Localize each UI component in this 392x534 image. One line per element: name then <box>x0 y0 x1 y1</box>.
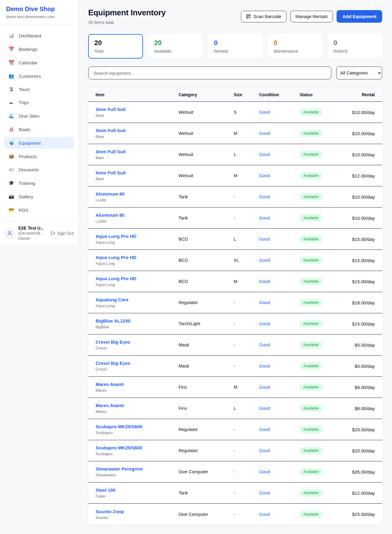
sidebar-item-label: Dashboard <box>19 33 41 38</box>
sidebar-item-trips[interactable]: 🛥 Trips <box>4 97 74 108</box>
item-name-link[interactable]: 3mm Full Suit <box>96 107 179 112</box>
category-select[interactable]: All Categories <box>336 67 382 79</box>
item-name-link[interactable]: Steel 100 <box>96 487 179 493</box>
item-condition-link[interactable]: Good <box>259 237 300 242</box>
item-condition-link[interactable]: Good <box>259 131 300 136</box>
item-condition-link[interactable]: Good <box>259 364 300 368</box>
item-category: Tank <box>179 194 234 199</box>
search-input[interactable] <box>88 67 331 79</box>
item-name-link[interactable]: Aluminum 80 <box>96 191 179 196</box>
stat-card-total[interactable]: 20 Total <box>88 34 143 59</box>
brand-domain: demo.test.divestreams.com <box>6 14 72 19</box>
add-equipment-button[interactable]: Add Equipment <box>337 10 382 23</box>
status-badge: Available <box>300 278 322 285</box>
item-condition-link[interactable]: Good <box>259 279 300 284</box>
item-name-link[interactable]: 3mm Full Suit <box>96 128 179 133</box>
item-condition-link[interactable]: Good <box>259 469 300 474</box>
item-name-link[interactable]: 3mm Full Suit <box>96 149 179 154</box>
sidebar-item-discounts[interactable]: 🏷 Discounts <box>4 164 74 175</box>
sidebar-item-gallery[interactable]: 📸 Gallery <box>4 191 74 202</box>
item-condition-link[interactable]: Good <box>259 216 300 220</box>
calendar-icon: 📆 <box>8 60 15 65</box>
stat-card-rented[interactable]: 0 Rented <box>208 34 262 59</box>
equipment-table: Item Category Size Condition Status Rent… <box>88 88 382 525</box>
item-name-link[interactable]: Scubapro MK25/S600 <box>96 445 179 450</box>
sidebar-item-label: Products <box>19 154 37 159</box>
item-size: - <box>234 364 259 368</box>
item-name-link[interactable]: Shearwater Peregrine <box>96 466 179 471</box>
sidebar-item-bookings[interactable]: 📅 Bookings <box>4 43 74 55</box>
sidebar-item-dive-sites[interactable]: 🌊 Dive Sites <box>4 110 74 122</box>
item-brand: Aqua Lung <box>96 261 179 266</box>
table-row: BigBlue AL1200 BigBlue Torch/Light - Goo… <box>88 313 382 334</box>
item-condition-link[interactable]: Good <box>259 258 300 263</box>
item-condition-link[interactable]: Good <box>259 490 300 495</box>
item-condition-link[interactable]: Good <box>259 406 300 411</box>
item-category: Tank <box>179 490 234 495</box>
item-condition-link[interactable]: Good <box>259 512 300 517</box>
manage-rentals-button[interactable]: Manage Rentals <box>290 11 333 22</box>
item-condition-link[interactable]: Good <box>259 342 300 347</box>
item-name-link[interactable]: Aluminum 80 <box>96 212 179 218</box>
item-brand: Scubapro <box>96 430 179 435</box>
stat-card-available[interactable]: 20 Available <box>148 34 203 59</box>
item-size: L <box>234 152 259 157</box>
item-condition-link[interactable]: Good <box>259 427 300 432</box>
item-condition-link[interactable]: Good <box>259 300 300 305</box>
item-name-link[interactable]: BigBlue AL1200 <box>96 318 179 323</box>
item-condition-link[interactable]: Good <box>259 448 300 453</box>
sidebar-item-dashboard[interactable]: 📊 Dashboard <box>4 30 74 41</box>
sign-out-button[interactable]: Sign Out <box>51 231 74 236</box>
item-condition-link[interactable]: Good <box>259 173 300 178</box>
item-name-link[interactable]: Mares Avanti <box>96 403 179 408</box>
stat-label: Total <box>94 49 137 54</box>
item-rental-price: $10.00/day <box>352 131 375 136</box>
item-size: M <box>234 173 259 178</box>
sidebar-item-label: Training <box>19 181 35 186</box>
item-rental-price: $5.00/day <box>352 364 375 369</box>
sidebar-item-tours[interactable]: 🏝 Tours <box>4 84 74 95</box>
item-condition-link[interactable]: Good <box>259 385 300 390</box>
trips-icon: 🛥 <box>8 100 15 105</box>
sidebar-item-boats[interactable]: ⛵ Boats <box>4 124 74 135</box>
sidebar-item-pos[interactable]: 💳 POS <box>4 204 74 216</box>
item-condition-link[interactable]: Good <box>259 110 300 115</box>
item-size: - <box>234 216 259 220</box>
item-rental-price: $8.00/day <box>352 406 375 411</box>
stat-card-retired[interactable]: 0 Retired <box>327 34 382 59</box>
stat-label: Maintenance <box>274 49 316 54</box>
item-name-link[interactable]: Aqualung Core <box>96 297 179 302</box>
item-brand: Bare <box>96 134 179 139</box>
status-badge: Available <box>300 426 322 433</box>
item-name-link[interactable]: Cressi Big Eyes <box>96 360 179 366</box>
sidebar-item-training[interactable]: 🎓 Training <box>4 177 74 189</box>
sign-out-icon <box>51 231 55 236</box>
sidebar-item-products[interactable]: 📦 Products <box>4 151 74 162</box>
item-category: Regulator <box>179 300 234 305</box>
sidebar-item-label: Trips <box>19 100 29 105</box>
scan-barcode-button[interactable]: Scan Barcode <box>241 11 286 22</box>
item-name-link[interactable]: 5mm Full Suit <box>96 170 179 175</box>
item-name-link[interactable]: Suunto Zoop <box>96 509 179 514</box>
sidebar-item-label: Gallery <box>19 194 33 199</box>
item-name-link[interactable]: Cressi Big Eyes <box>96 339 179 345</box>
table-row: Aluminum 80 Luxfer Tank - Good Available… <box>88 186 382 208</box>
item-name-link[interactable]: Aqua Lung Pro HD <box>96 234 179 239</box>
sidebar-item-equipment[interactable]: 🤿 Equipment <box>4 137 74 149</box>
item-name-link[interactable]: Scubapro MK25/S600 <box>96 424 179 429</box>
item-rental-price: $20.00/day <box>352 448 375 453</box>
item-condition-link[interactable]: Good <box>259 152 300 157</box>
item-name-link[interactable]: Mares Avanti <box>96 382 179 387</box>
brand-title[interactable]: Demo Dive Shop <box>6 6 72 13</box>
sidebar-item-customers[interactable]: 👥 Customers <box>4 70 74 82</box>
item-condition-link[interactable]: Good <box>259 321 300 326</box>
item-condition-link[interactable]: Good <box>259 194 300 199</box>
sidebar-item-label: Dive Sites <box>19 113 40 119</box>
sidebar-item-calendar[interactable]: 📆 Calendar <box>4 57 74 68</box>
item-category: Regulator <box>179 427 234 432</box>
item-name-link[interactable]: Aqua Lung Pro HD <box>96 255 179 260</box>
item-name-link[interactable]: Aqua Lung Pro HD <box>96 276 179 281</box>
stat-card-maintenance[interactable]: 0 Maintenance <box>268 34 322 59</box>
item-category: Torch/Light <box>179 321 234 326</box>
stat-value: 0 <box>274 39 316 47</box>
